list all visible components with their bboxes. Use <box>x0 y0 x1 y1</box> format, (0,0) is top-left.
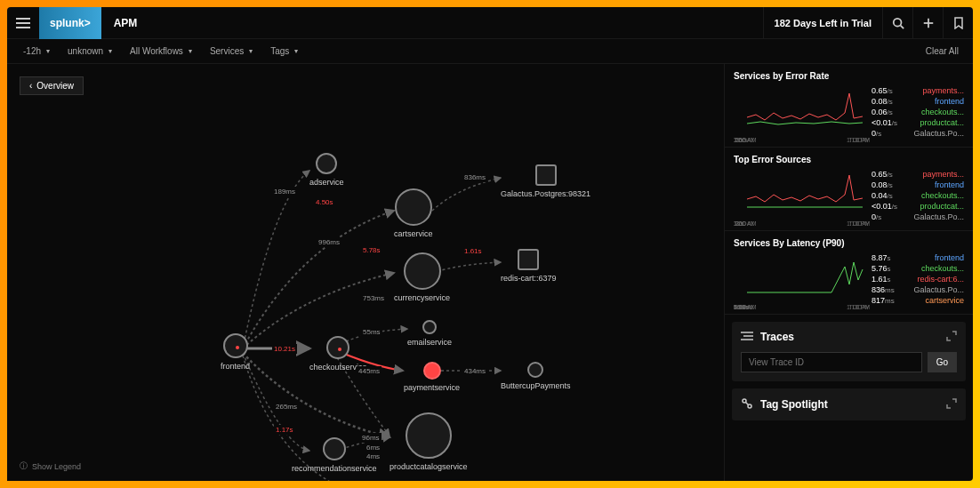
filter-bar: -12h unknown All Workflows Services Tags… <box>7 39 973 64</box>
edge-label: 96ms <box>360 433 382 443</box>
show-legend-button[interactable]: ⓘ Show Legend <box>20 460 81 472</box>
node-frontend[interactable]: frontend <box>221 333 250 371</box>
top-errors-chart[interactable]: .3/s .2/s 1:00 AM 1:10 PM TODAY TODAY <box>734 170 872 219</box>
metric-item[interactable]: 8.87sfrontend <box>872 253 964 262</box>
sidebar: Services by Error Rate .5/s .25/s 1:00 A… <box>724 64 973 481</box>
tags-filter[interactable]: Tags <box>261 39 307 63</box>
dependency-graph-edges <box>7 64 724 481</box>
svg-line-12 <box>746 403 749 405</box>
info-icon: ⓘ <box>20 460 28 472</box>
node-currencyservice[interactable]: currencyservice <box>394 252 450 302</box>
spotlight-icon <box>741 397 753 412</box>
hamburger-menu-icon[interactable] <box>7 7 39 39</box>
show-legend-label: Show Legend <box>32 462 81 471</box>
node-emailservice[interactable]: emailservice <box>407 320 452 347</box>
edge-label: 10.21s <box>272 344 297 354</box>
edge-label: 996ms <box>317 237 341 247</box>
services-filter[interactable]: Services <box>201 39 261 63</box>
metric-item[interactable]: 0.08/sfrontend <box>872 180 964 189</box>
edge-label: 5.78s <box>361 245 382 255</box>
search-icon[interactable] <box>882 7 912 39</box>
metric-item[interactable]: 817mscartservice <box>872 296 964 305</box>
node-redis[interactable]: redis-cart::6379 <box>501 249 557 283</box>
svg-point-10 <box>743 399 746 403</box>
traces-icon <box>741 331 753 343</box>
service-map[interactable]: ‹ Overview frontend ad <box>7 64 724 481</box>
metric-item[interactable]: 0.65/spayments... <box>872 86 964 95</box>
bookmark-icon[interactable] <box>943 7 973 39</box>
metric-item[interactable]: 1.61sredis-cart:6... <box>872 275 964 284</box>
time-filter[interactable]: -12h <box>14 39 59 63</box>
node-productcatalogservice[interactable]: productcatalogservice <box>390 412 468 471</box>
svg-point-11 <box>748 404 751 408</box>
metric-item[interactable]: 0.04/scheckouts... <box>872 191 964 200</box>
node-cartservice[interactable]: cartservice <box>394 188 433 238</box>
metric-item[interactable]: 0/sGalactus.Po... <box>872 212 964 221</box>
svg-line-4 <box>900 25 904 28</box>
trace-id-input[interactable] <box>741 352 922 372</box>
edge-label: 445ms <box>357 366 382 376</box>
expand-icon[interactable] <box>946 398 957 411</box>
add-icon[interactable] <box>912 7 943 39</box>
latency-panel: Services By Latency (P90) 1.67s 1.11s 55… <box>725 231 973 315</box>
node-adservice[interactable]: adservice <box>309 153 344 187</box>
traces-title: Traces <box>760 331 794 343</box>
clear-all-button[interactable]: Clear All <box>919 46 966 56</box>
metric-item[interactable]: 5.76scheckouts... <box>872 264 964 273</box>
metric-item[interactable]: <0.01/sproductcat... <box>872 118 964 127</box>
splunk-logo[interactable]: splunk> <box>39 7 101 39</box>
edge-label: 836ms <box>462 172 487 182</box>
node-buttercup[interactable]: ButtercupPayments <box>501 362 571 390</box>
expand-icon[interactable] <box>946 331 957 343</box>
edge-label: 4ms <box>365 452 382 461</box>
edge-label: 4.50s <box>314 197 335 207</box>
top-errors-list: 0.65/spayments...0.08/sfrontend0.04/sche… <box>872 170 964 223</box>
unknown-filter[interactable]: unknown <box>59 39 121 63</box>
edge-label: 55ms <box>361 327 382 337</box>
spotlight-title: Tag Spotlight <box>760 398 828 411</box>
error-rate-chart[interactable]: .5/s .25/s 1:00 AM 1:10 PM TODAY TODAY <box>734 86 872 135</box>
edge-label: 434ms <box>462 366 487 376</box>
metric-item[interactable]: 0.06/scheckouts... <box>872 108 964 116</box>
edge-label: 265ms <box>274 402 299 412</box>
metric-item[interactable]: 836msGalactus.Po... <box>872 285 964 294</box>
svg-rect-1 <box>16 22 30 24</box>
edge-label: 753ms <box>361 293 386 303</box>
edge-label: 189ms <box>272 187 297 196</box>
panel-title: Services By Latency (P90) <box>734 238 964 248</box>
error-rate-panel: Services by Error Rate .5/s .25/s 1:00 A… <box>725 64 973 148</box>
error-rate-list: 0.65/spayments...0.08/sfrontend0.06/sche… <box>872 86 964 140</box>
panel-title: Services by Error Rate <box>734 71 964 81</box>
traces-panel: Traces Go <box>732 322 966 381</box>
trial-status: 182 Days Left in Trial <box>763 7 882 38</box>
metric-item[interactable]: 0/sGalactus.Po... <box>872 129 964 138</box>
edge-label: 1.61s <box>462 246 484 256</box>
panel-title: Top Error Sources <box>734 155 964 164</box>
node-galactus[interactable]: Galactus.Postgres:98321 <box>501 164 590 198</box>
edge-label: 1.17s <box>274 425 295 435</box>
metric-item[interactable]: <0.01/sproductcat... <box>872 202 964 211</box>
metric-item[interactable]: 0.65/spayments... <box>872 170 964 179</box>
go-button[interactable]: Go <box>928 352 957 372</box>
workflows-filter[interactable]: All Workflows <box>121 39 201 63</box>
latency-list: 8.87sfrontend5.76scheckouts...1.61sredis… <box>872 253 964 307</box>
svg-point-3 <box>893 18 901 26</box>
tag-spotlight-panel[interactable]: Tag Spotlight <box>732 388 966 420</box>
node-paymentservice[interactable]: paymentservice <box>404 362 460 392</box>
metric-item[interactable]: 0.08/sfrontend <box>872 97 964 106</box>
app-title: APM <box>101 17 150 29</box>
top-errors-panel: Top Error Sources .3/s .2/s 1:00 AM 1:10… <box>725 148 973 231</box>
topbar: splunk> APM 182 Days Left in Trial <box>7 7 973 39</box>
svg-rect-2 <box>16 27 30 28</box>
svg-rect-0 <box>16 18 30 20</box>
latency-chart[interactable]: 1.67s 1.11s 555ms 0ms 1:00 AM 1:10 PM TO… <box>734 253 872 302</box>
